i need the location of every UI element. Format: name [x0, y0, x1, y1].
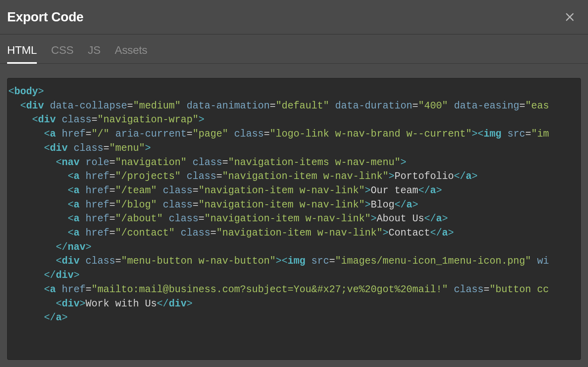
code-preview[interactable]: <body> <div data-collapse="medium" data-…	[7, 78, 581, 360]
tabs-bar: HTML CSS JS Assets	[0, 34, 588, 64]
code-line: <body>	[8, 85, 580, 99]
code-line: </a>	[8, 311, 580, 325]
code-line: </nav>	[8, 240, 580, 255]
code-line: </div>	[8, 268, 580, 283]
tab-html[interactable]: HTML	[7, 44, 37, 64]
code-line: <div data-collapse="medium" data-animati…	[8, 99, 580, 113]
modal-header: Export Code	[0, 0, 588, 34]
code-line: <a href="/" aria-current="page" class="l…	[8, 127, 580, 141]
tab-js[interactable]: JS	[88, 44, 101, 63]
code-line: <div class="menu">	[8, 141, 580, 156]
code-block: <body> <div data-collapse="medium" data-…	[8, 85, 580, 325]
code-line: <div>Work with Us</div>	[8, 297, 580, 311]
close-icon[interactable]	[564, 11, 575, 23]
code-line: <a href="/projects" class="navigation-it…	[8, 169, 580, 184]
tab-css[interactable]: CSS	[51, 44, 74, 63]
code-line: <a href="mailto:mail@business.com?subjec…	[8, 283, 580, 297]
tab-assets[interactable]: Assets	[115, 44, 147, 63]
code-line: <a href="/blog" class="navigation-item w…	[8, 198, 580, 212]
code-line: <div class="navigation-wrap">	[8, 113, 580, 127]
code-line: <div class="menu-button w-nav-button"><i…	[8, 254, 580, 268]
export-code-modal: Export Code HTML CSS JS Assets <body> <d…	[0, 0, 588, 367]
code-line: <nav role="navigation" class="navigation…	[8, 156, 580, 170]
modal-title: Export Code	[7, 10, 84, 25]
code-line: <a href="/contact" class="navigation-ite…	[8, 226, 580, 240]
code-line: <a href="/team" class="navigation-item w…	[8, 184, 580, 198]
code-line: <a href="/about" class="navigation-item …	[8, 212, 580, 226]
